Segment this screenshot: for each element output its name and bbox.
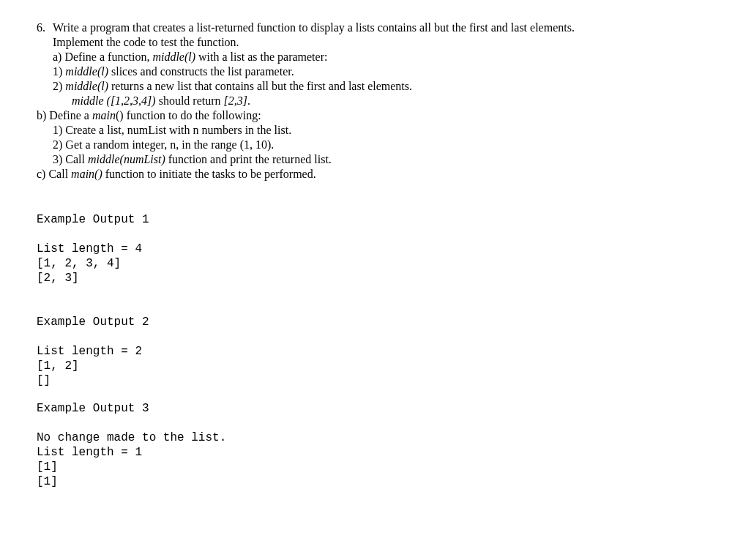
example-output-2-body: List length = 2 [1, 2] [] bbox=[37, 344, 695, 388]
part-a1-tail: slices and constructs the list parameter… bbox=[108, 65, 294, 78]
part-a: a) Define a function, middle(l) with a l… bbox=[53, 50, 695, 64]
problem-line2: Implement the code to test the function. bbox=[53, 35, 695, 50]
ex1-line3: [2, 3] bbox=[37, 271, 695, 285]
problem-number: 6. bbox=[37, 20, 45, 35]
part-a1-func: middle(l) bbox=[65, 65, 108, 78]
ex3-line1: No change made to the list. bbox=[37, 430, 695, 445]
part-b: b) Define a main() function to do the fo… bbox=[37, 108, 695, 123]
output-section: Example Output 1 List length = 4 [1, 2, … bbox=[37, 212, 695, 489]
part-a1-label: 1) bbox=[53, 65, 65, 78]
problem-line1: Write a program that creates a list-retu… bbox=[53, 20, 695, 35]
part-b3-func: middle(numList) bbox=[88, 153, 165, 165]
problem-block: 6. Write a program that creates a list-r… bbox=[37, 20, 695, 489]
part-b1: 1) Create a list, numList with n numbers… bbox=[37, 123, 695, 138]
part-a-example-end: . bbox=[247, 94, 250, 107]
ex2-line3: [] bbox=[37, 373, 695, 388]
part-c: c) Call main() function to initiate the … bbox=[37, 167, 695, 182]
part-a2-func: middle(l) bbox=[65, 80, 108, 92]
part-a-example-ret: [2,3] bbox=[224, 94, 247, 107]
part-a1: 1) middle(l) slices and constructs the l… bbox=[53, 64, 695, 79]
ex2-line1: List length = 2 bbox=[37, 344, 695, 359]
example-output-1-body: List length = 4 [1, 2, 3, 4] [2, 3] bbox=[37, 242, 695, 285]
part-a-func: middle(l) bbox=[152, 51, 195, 63]
ex1-line2: [1, 2, 3, 4] bbox=[37, 256, 695, 271]
part-a-example-func: middle ([1,2,3,4]) bbox=[72, 94, 156, 107]
example-output-3-title: Example Output 3 bbox=[37, 401, 695, 416]
example-output-2-title: Example Output 2 bbox=[37, 315, 695, 329]
part-b3: 3) Call middle(numList) function and pri… bbox=[37, 152, 695, 167]
part-c-label: c) Call bbox=[37, 168, 71, 180]
part-a-tail: with a list as the parameter: bbox=[195, 51, 327, 63]
part-b-tail: () function to do the following: bbox=[116, 109, 261, 122]
part-a-label: a) Define a function, bbox=[53, 51, 152, 63]
problem-body: Write a program that creates a list-retu… bbox=[37, 20, 695, 489]
ex2-line2: [1, 2] bbox=[37, 359, 695, 373]
part-b-func: main bbox=[92, 109, 116, 122]
ex3-line4: [1] bbox=[37, 474, 695, 489]
part-a2: 2) middle(l) returns a new list that con… bbox=[53, 79, 695, 94]
ex3-line2: List length = 1 bbox=[37, 445, 695, 460]
part-a-example-mid: should return bbox=[156, 94, 224, 107]
part-b2: 2) Get a random integer, n, in the range… bbox=[37, 138, 695, 152]
part-a2-label: 2) bbox=[53, 80, 65, 92]
part-c-func: main() bbox=[71, 168, 102, 180]
part-a-example: middle ([1,2,3,4]) should return [2,3]. bbox=[53, 94, 695, 108]
part-b3-tail: function and print the returned list. bbox=[165, 153, 332, 165]
example-output-1-title: Example Output 1 bbox=[37, 212, 695, 227]
part-b-label: b) Define a bbox=[37, 109, 92, 122]
part-b-wrap: b) Define a main() function to do the fo… bbox=[37, 108, 695, 182]
ex3-line3: [1] bbox=[37, 460, 695, 474]
part-c-tail: function to initiate the tasks to be per… bbox=[102, 168, 316, 180]
ex1-line1: List length = 4 bbox=[37, 242, 695, 256]
part-a2-tail: returns a new list that contains all but… bbox=[108, 80, 412, 92]
part-b3-label: 3) Call bbox=[53, 153, 88, 165]
example-output-3-body: No change made to the list. List length … bbox=[37, 430, 695, 489]
